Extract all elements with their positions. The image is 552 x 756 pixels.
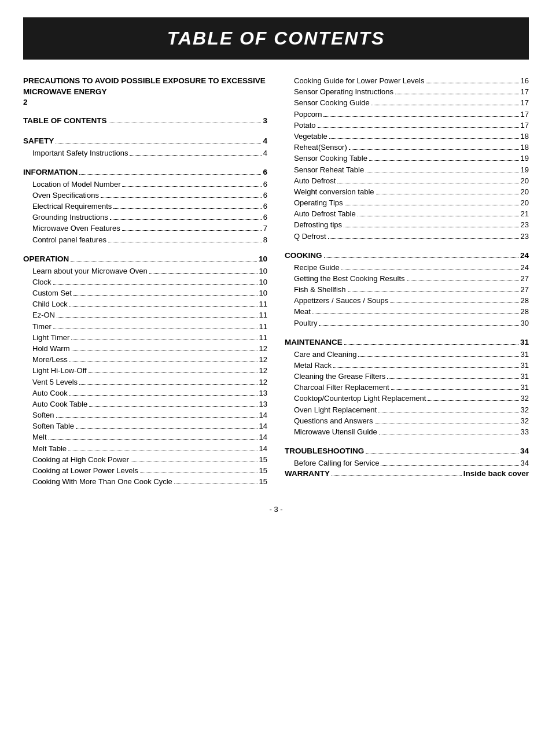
page-num: 17 xyxy=(521,120,529,131)
dots xyxy=(140,473,257,473)
sub-entry-label: Reheat(Sensor) xyxy=(294,142,347,153)
dots xyxy=(344,344,518,345)
toc-sub-entry: Poultry30 xyxy=(285,318,529,329)
toc-sub-entry: Sensor Cooking Guide17 xyxy=(285,98,529,108)
dots xyxy=(53,329,257,329)
page-num: 11 xyxy=(259,333,267,343)
dots xyxy=(366,172,518,172)
page-num: 32 xyxy=(521,416,529,426)
dots xyxy=(110,219,262,220)
sub-entry-label: Microwave Oven Features xyxy=(32,223,120,234)
sub-entry-label: Oven Light Replacement xyxy=(294,405,377,415)
dots xyxy=(344,227,518,227)
toc-sub-entry: More/Less12 xyxy=(23,355,267,365)
toc-sub-entry: Microwave Oven Features7 xyxy=(23,223,267,234)
toc-sub-entry: Melt14 xyxy=(23,432,267,442)
toc-sub-entry: Weight conversion table20 xyxy=(285,187,529,197)
spacer xyxy=(23,159,267,167)
toc-sub-entry: Auto Cook13 xyxy=(23,388,267,399)
dots xyxy=(358,356,518,357)
page-title-bar: TABLE OF CONTENTS xyxy=(23,17,529,60)
page-num: 8 xyxy=(263,235,267,245)
page-num: 20 xyxy=(521,176,529,186)
dots xyxy=(113,208,261,209)
spacer xyxy=(23,246,267,254)
dots xyxy=(122,230,262,231)
page-num: 23 xyxy=(521,220,529,230)
sub-entry-label: Cooktop/Countertop Light Replacement xyxy=(294,393,426,404)
toc-sub-entry: Hold Warm12 xyxy=(23,344,267,354)
page-num: 10 xyxy=(259,266,267,276)
dots xyxy=(375,423,519,423)
sub-entry-label: Clock xyxy=(32,277,51,287)
dots xyxy=(69,395,257,396)
sub-entry-label: Oven Specifications xyxy=(32,190,99,201)
toc-sub-entry: Child Lock11 xyxy=(23,299,267,309)
sub-entry-label: Sensor Operating Instructions xyxy=(294,87,393,97)
dots xyxy=(174,484,257,484)
dots xyxy=(428,400,518,401)
page-num: 34 xyxy=(521,458,529,469)
sub-entry-label: Control panel features xyxy=(32,235,106,245)
toc-sub-entry: Oven Light Replacement32 xyxy=(285,405,529,415)
dots xyxy=(109,123,262,123)
toc-sub-entry: Popcorn17 xyxy=(285,109,529,120)
toc-sub-entry: Defrosting tips23 xyxy=(285,220,529,230)
sub-entry-label: Location of Model Number xyxy=(32,179,120,190)
page-num: 31 xyxy=(521,371,529,382)
spacer xyxy=(23,128,267,136)
sub-entry-label: More/Less xyxy=(32,355,68,365)
page-num: 18 xyxy=(521,131,529,142)
sub-entry-label: Auto Cook Table xyxy=(32,399,87,410)
toc-sub-entry: Cooking With More Than One Cook Cycle15 xyxy=(23,477,267,487)
sub-entry-label: Auto Defrost Table xyxy=(294,209,356,219)
dots xyxy=(324,257,518,258)
toc-sub-entry: Cooktop/Countertop Light Replacement32 xyxy=(285,393,529,404)
toc-sub-entry: Sensor Operating Instructions17 xyxy=(285,87,529,97)
sub-entry-label: Potato xyxy=(294,120,316,131)
toc-sub-entry: Metal Rack31 xyxy=(285,360,529,371)
dots xyxy=(376,194,519,194)
toc-sub-entry: Light Timer11 xyxy=(23,333,267,343)
page-num: 11 xyxy=(259,310,267,320)
page-num: 20 xyxy=(521,198,529,208)
page-num: 23 xyxy=(521,231,529,242)
page-num: 17 xyxy=(521,109,529,120)
page-num: 12 xyxy=(259,344,267,354)
page-num: 24 xyxy=(520,250,529,261)
toc-sub-entry: Ez-ON11 xyxy=(23,310,267,320)
page-num: 24 xyxy=(521,263,529,273)
toc-sub-entry: Electrical Requirements6 xyxy=(23,201,267,212)
sub-entry-label: Grounding Instructions xyxy=(32,212,108,223)
sub-entry-label: Cooking With More Than One Cook Cycle xyxy=(32,477,172,487)
page-num: 15 xyxy=(259,466,267,476)
sub-entry-label: Q Defrost xyxy=(294,231,326,242)
page-footer: - 3 - xyxy=(23,505,529,514)
sub-entry-label: Appetizers / Sauces / Soups xyxy=(294,296,388,306)
page-num: 32 xyxy=(521,405,529,415)
toc-sub-entry: Soften Table14 xyxy=(23,421,267,432)
page-title: TABLE OF CONTENTS xyxy=(23,28,529,49)
page-num: 17 xyxy=(521,98,529,108)
toc-sub-entry: Sensor Reheat Table19 xyxy=(285,165,529,175)
dots xyxy=(76,428,257,429)
dots xyxy=(71,261,257,261)
toc-sub-entry: Potato17 xyxy=(285,120,529,131)
sub-entry-label: Operating Tips xyxy=(294,198,343,208)
left-column: PRECAUTIONS TO AVOID POSSIBLE EXPOSURE T… xyxy=(23,76,267,488)
page-num: 21 xyxy=(521,209,529,219)
sub-entry-label: Auto Defrost xyxy=(294,176,336,186)
dots xyxy=(79,174,261,175)
right-column: Cooking Guide for Lower Power Levels16Se… xyxy=(285,76,529,488)
page-num: 6 xyxy=(263,201,267,212)
dots xyxy=(390,303,518,303)
sub-entry-label: Child Lock xyxy=(32,299,68,309)
sub-entry-label: Soften Table xyxy=(32,421,74,432)
page-num: 28 xyxy=(521,296,529,306)
sub-entry-label: Learn about your Microwave Oven xyxy=(32,266,148,276)
toc-main-entry: PRECAUTIONS TO AVOID POSSIBLE EXPOSURE T… xyxy=(23,76,267,106)
toc-sub-entry: Grounding Instructions6 xyxy=(23,212,267,223)
toc-sub-entry: Meat28 xyxy=(285,307,529,317)
dots xyxy=(329,138,519,139)
dots xyxy=(387,378,518,379)
